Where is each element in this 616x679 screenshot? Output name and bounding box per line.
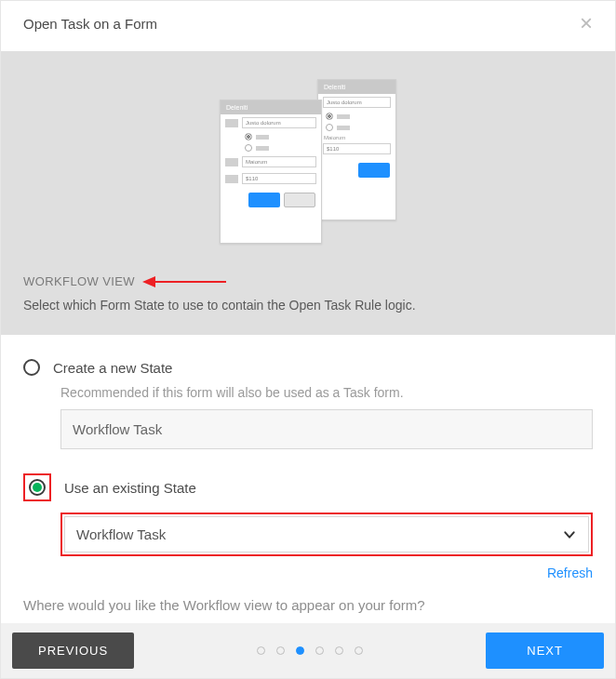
open-task-dialog: Open Task on a Form × Deleniti Justo dol… <box>0 0 616 679</box>
mini-form-front: Deleniti Justo dolorum Maiorum $110 <box>220 100 322 244</box>
banner: Deleniti Justo dolorum Maiorum $110 Dele… <box>1 51 615 335</box>
refresh-link[interactable]: Refresh <box>547 566 593 580</box>
step-indicator <box>257 646 363 655</box>
select-value: Workflow Task <box>76 526 166 542</box>
prompt-text: Where would you like the Workflow view t… <box>1 580 615 613</box>
option-label: Use an existing State <box>64 480 196 496</box>
step-dot-1[interactable] <box>257 646 265 655</box>
highlight-box: Workflow Task <box>60 513 593 556</box>
next-button[interactable]: NEXT <box>486 632 604 669</box>
highlight-box <box>23 473 51 501</box>
new-state-name-input[interactable] <box>60 409 593 449</box>
section-description: Select which Form State to use to contai… <box>23 298 593 313</box>
arrow-indicator-icon <box>142 275 226 288</box>
dialog-header: Open Task on a Form × <box>1 1 615 51</box>
radio-use-existing[interactable] <box>29 479 46 496</box>
step-dot-4[interactable] <box>315 646 324 655</box>
option-label: Create a new State <box>53 360 172 376</box>
close-icon[interactable]: × <box>580 12 593 34</box>
step-dot-5[interactable] <box>335 646 343 655</box>
option-hint: Recommended if this form will also be us… <box>60 385 593 400</box>
svg-marker-1 <box>142 276 155 287</box>
section-heading: WORKFLOW VIEW <box>23 274 135 288</box>
step-dot-2[interactable] <box>276 646 285 655</box>
mini-form-back: Deleniti Justo dolorum Maiorum $110 <box>317 79 396 220</box>
radio-create-new[interactable] <box>23 359 40 376</box>
state-options: Create a new State Recommended if this f… <box>1 335 615 556</box>
forms-illustration: Deleniti Justo dolorum Maiorum $110 Dele… <box>23 79 593 246</box>
step-dot-6[interactable] <box>355 646 363 655</box>
chevron-down-icon <box>562 527 577 542</box>
step-dot-3[interactable] <box>296 646 304 655</box>
dialog-title: Open Task on a Form <box>23 16 157 32</box>
previous-button[interactable]: PREVIOUS <box>12 632 134 669</box>
existing-state-select[interactable]: Workflow Task <box>64 516 589 553</box>
dialog-footer: PREVIOUS NEXT <box>1 623 615 678</box>
option-create-new[interactable]: Create a new State <box>23 359 593 376</box>
